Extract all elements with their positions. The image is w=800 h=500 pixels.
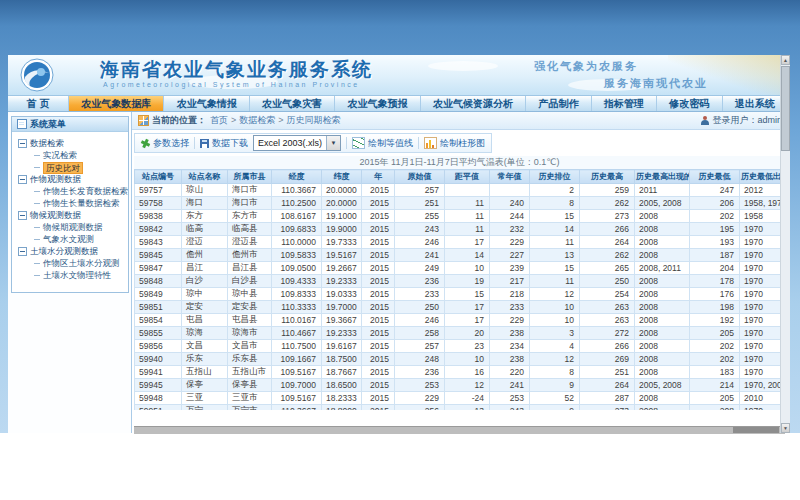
table-row[interactable]: 59854屯昌屯昌县110.016719.3667201524617229102…	[135, 314, 788, 327]
sidebar-item[interactable]: 物候观测数据	[12, 210, 128, 221]
nav-tab-9[interactable]: 退出系统	[723, 96, 788, 111]
breadcrumb-item[interactable]: 首页	[210, 115, 228, 125]
tree-leaf-icon	[34, 239, 40, 240]
sidebar-item[interactable]: 作物生长发育数据检索	[12, 186, 128, 197]
nav-tab-0[interactable]: 首 页	[8, 96, 69, 111]
table-row[interactable]: 59855琼海琼海市110.466719.2333201525820238327…	[135, 327, 788, 340]
table-cell: 11	[530, 275, 580, 288]
data-download-button[interactable]: 数据下载	[200, 137, 248, 150]
table-cell: 205	[690, 392, 740, 405]
table-cell: 204	[690, 262, 740, 275]
nav-tab-6[interactable]: 产品制作	[526, 96, 591, 111]
sidebar-item[interactable]: 气象水文观测	[12, 234, 128, 245]
table-row[interactable]: 59758海口海口市110.250020.0000201525111240826…	[135, 197, 788, 210]
table-cell: 19.9000	[322, 223, 362, 236]
table-cell: 273	[580, 210, 635, 223]
table-row[interactable]: 59849琼中琼中县109.833319.0333201523315218122…	[135, 288, 788, 301]
table-row[interactable]: 59940乐东乐东县109.166718.7500201524810238122…	[135, 353, 788, 366]
scroll-down-arrow-icon[interactable]: ▼	[781, 423, 790, 433]
sidebar-item[interactable]: 作物区土壤水分观测	[12, 258, 128, 269]
table-row[interactable]: 59843澄迈澄迈县110.000019.7333201524617229112…	[135, 236, 788, 249]
breadcrumb-item[interactable]: 数据检索	[239, 115, 275, 125]
table-cell: 昌江县	[228, 262, 272, 275]
table-row[interactable]: 59838东方东方市108.616719.1000201525511244152…	[135, 210, 788, 223]
table-row[interactable]: 59945保亭保亭县109.700018.6500201525312241926…	[135, 379, 788, 392]
sidebar-item[interactable]: 作物生长量数据检索	[12, 198, 128, 209]
sidebar-item[interactable]: 数据检索	[12, 138, 128, 149]
page-footer-space	[0, 433, 800, 500]
table-cell: 264	[580, 379, 635, 392]
sidebar-item[interactable]: 作物观测数据	[12, 174, 128, 185]
table-cell: 109.1667	[272, 353, 322, 366]
nav-tab-5[interactable]: 农业气候资源分析	[421, 96, 526, 111]
nav-tab-8[interactable]: 修改密码	[657, 96, 722, 111]
horizontal-scrollbar-thumb[interactable]	[733, 427, 779, 433]
table-cell: 2015	[362, 210, 395, 223]
sidebar-item[interactable]: 土壤水分观测数据	[12, 246, 128, 257]
table-cell: 246	[395, 236, 445, 249]
breadcrumb-item[interactable]: 历史同期检索	[287, 115, 341, 125]
table-row[interactable]: 59848白沙白沙县109.433319.2333201523619217112…	[135, 275, 788, 288]
login-user-label: 登录用户：admin	[712, 114, 782, 127]
table-row[interactable]: 59851定安定安县110.333319.7000201525017233102…	[135, 301, 788, 314]
horizontal-scrollbar[interactable]	[134, 426, 785, 434]
table-cell: 2015	[362, 288, 395, 301]
export-format-select[interactable]: Excel 2003(.xls) ▼	[253, 135, 341, 151]
table-cell: 273	[580, 405, 635, 411]
menu-icon	[17, 119, 27, 129]
nav-tab-3[interactable]: 农业气象灾害	[250, 96, 335, 111]
table-cell: 257	[395, 340, 445, 353]
sidebar-item[interactable]: 历史比对	[12, 162, 128, 173]
nav-tab-7[interactable]: 指标管理	[592, 96, 657, 111]
table-row[interactable]: 59842临高临高县109.683319.9000201524311232142…	[135, 223, 788, 236]
scroll-up-arrow-icon[interactable]: ▲	[781, 55, 790, 65]
table-row[interactable]: 59847昌江昌江县109.050019.2667201524910239152…	[135, 262, 788, 275]
table-cell: 249	[395, 262, 445, 275]
tree-collapse-icon[interactable]	[18, 247, 27, 256]
table-cell: 14	[445, 249, 490, 262]
param-select-button[interactable]: 参数选择	[141, 137, 189, 150]
app-title: 海南省农业气象业务服务系统	[100, 57, 373, 83]
column-header: 原始值	[395, 170, 445, 184]
tree-collapse-icon[interactable]	[18, 175, 27, 184]
table-row[interactable]: 59757琼山海口市110.366720.0000201525722592011…	[135, 184, 788, 197]
tree-collapse-icon[interactable]	[18, 139, 27, 148]
tree-collapse-icon[interactable]	[18, 211, 27, 220]
table-cell: 8	[530, 366, 580, 379]
tree-item-label: 作物生长量数据检索	[43, 198, 120, 209]
table-row[interactable]: 59856文昌文昌市110.750019.6167201525723234426…	[135, 340, 788, 353]
table-cell: 2015	[362, 314, 395, 327]
table-cell: 236	[395, 275, 445, 288]
nav-tab-2[interactable]: 农业气象情报	[164, 96, 249, 111]
sidebar-item[interactable]: 实况检索	[12, 150, 128, 161]
table-cell: 205	[690, 327, 740, 340]
nav-tab-1[interactable]: 农业气象数据库	[69, 96, 164, 111]
table-cell: 东方	[182, 210, 228, 223]
table-cell: 187	[690, 249, 740, 262]
table-cell: 2011	[635, 184, 690, 197]
draw-barchart-button[interactable]: 绘制柱形图	[424, 137, 485, 150]
sidebar-item[interactable]: 土壤水文物理特性	[12, 270, 128, 281]
table-row[interactable]: 59941五指山五指山市109.516718.76672015236162208…	[135, 366, 788, 379]
table-row[interactable]: 59845儋州儋州市109.583319.5167201524114227132…	[135, 249, 788, 262]
table-cell: 247	[690, 184, 740, 197]
table-cell: 五指山	[182, 366, 228, 379]
table-cell: 2015	[362, 327, 395, 340]
table-row[interactable]: 59951万宁万宁市110.366718.8000201525613243927…	[135, 405, 788, 411]
table-row[interactable]: 59948三亚三亚市109.516718.23332015229-2425352…	[135, 392, 788, 405]
table-cell: 2015	[362, 340, 395, 353]
nav-tab-4[interactable]: 农业气象预报	[335, 96, 420, 111]
sidebar-item[interactable]: 物候期观测数据	[12, 222, 128, 233]
table-cell: -24	[445, 392, 490, 405]
vertical-scrollbar-thumb[interactable]	[781, 66, 790, 151]
vertical-scrollbar[interactable]: ▲ ▼	[780, 55, 790, 433]
chevron-down-icon[interactable]: ▼	[326, 136, 340, 150]
location-icon	[138, 115, 149, 126]
table-cell: 12	[530, 288, 580, 301]
table-cell: 2008	[635, 392, 690, 405]
table-cell: 265	[580, 262, 635, 275]
breadcrumb-separator: >	[278, 115, 283, 125]
column-header: 历史最高	[580, 170, 635, 184]
table-cell: 254	[580, 288, 635, 301]
draw-contour-button[interactable]: 绘制等值线	[352, 137, 413, 150]
